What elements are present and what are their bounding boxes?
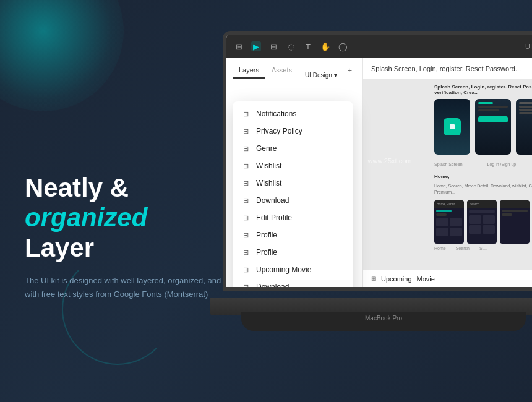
tool-hand[interactable]: ✋ [320, 41, 330, 51]
layers-tabs: Layers Assets UI Design ▾ + [226, 58, 362, 79]
macbook-screen: ⊞ ▶ ⊟ ◌ T ✋ ◯ UI Ki... Layers Assets UI … [223, 31, 532, 291]
cinemax-icon [444, 118, 461, 135]
grid-icon-wishlist2: ⊞ [241, 179, 250, 187]
grid-icon-upcoming-bar: ⊞ [371, 275, 376, 282]
grid-icon-privacy: ⊞ [241, 127, 250, 135]
design-subtoolbar: Splash Screen, Login, register, Reset Pa… [363, 58, 532, 79]
dropdown-item-privacy[interactable]: ⊞ Privacy Policy [233, 122, 353, 140]
home-phone-search: Search [467, 200, 497, 244]
home-phone-home: Home, Fandn... [434, 200, 464, 244]
upcoming-movie-bar: ⊞ Upcoming Movie [363, 270, 532, 287]
splash-label: Splash Screen [434, 162, 463, 166]
section2-subtext: Home, Search, Movie Detail, Download, wi… [434, 183, 532, 195]
dropdown-item-download2[interactable]: ⊞ Download [233, 278, 353, 287]
svg-rect-1 [450, 124, 455, 129]
headline-accent: organized [25, 203, 147, 232]
grid-icon-wishlist1: ⊞ [241, 162, 250, 170]
macbook: ⊞ ▶ ⊟ ◌ T ✋ ◯ UI Ki... Layers Assets UI … [210, 31, 532, 353]
grid-icon-genre: ⊞ [241, 145, 250, 153]
dropdown-item-profile1[interactable]: ⊞ Profile [233, 226, 353, 244]
layers-panel: Layers Assets UI Design ▾ + ⊞ Notificati… [226, 58, 363, 287]
tool-comment[interactable]: ◯ [338, 41, 348, 51]
headline-normal: Layer [25, 233, 94, 262]
grid-icon-download2: ⊞ [241, 283, 250, 288]
headline: Neatly & organized Layer [25, 173, 223, 263]
tool-pointer[interactable]: ▶ [251, 41, 261, 51]
etc-label: Si... [479, 246, 487, 250]
design-panel-title: Splash Screen, Login, register, Reset Pa… [371, 65, 521, 72]
macbook-label: MacBook Pro [365, 315, 402, 322]
tab-layers[interactable]: Layers [233, 62, 265, 79]
design-button[interactable]: UI Design ▾ [305, 72, 337, 79]
phone-preview-splash [434, 99, 470, 155]
dropdown-item-profile2[interactable]: ⊞ Profile [233, 244, 353, 261]
search-label: Search [456, 246, 470, 250]
toolbar-right-label: UI Ki... [525, 43, 532, 50]
grid-icon-download1: ⊞ [241, 197, 250, 205]
screen-content: ⊞ ▶ ⊟ ◌ T ✋ ◯ UI Ki... Layers Assets UI … [226, 35, 532, 287]
tool-text[interactable]: T [303, 41, 313, 51]
grid-icon-profile2: ⊞ [241, 249, 250, 257]
grid-icon-profile1: ⊞ [241, 231, 250, 239]
left-content: Neatly & organized Layer The UI kit is d… [25, 173, 223, 301]
upcoming-movie-suffix: Movie [417, 275, 435, 283]
toolbar: ⊞ ▶ ⊟ ◌ T ✋ ◯ UI Ki... [226, 35, 532, 58]
dropdown-item-upcomingmovie[interactable]: ⊞ Upcoming Movie [233, 261, 353, 278]
grid-icon-upcoming: ⊞ [241, 266, 250, 274]
headline-line1: Neatly & [25, 173, 129, 202]
screen-previews: Splash Screen, Login, register. Reset Pa… [429, 79, 532, 287]
layers-dropdown: ⊞ Notifications ⊞ Privacy Policy ⊞ Genre… [233, 101, 353, 287]
phone-preview-login [475, 99, 511, 155]
dropdown-item-download1[interactable]: ⊞ Download [233, 192, 353, 209]
home-preview-row: Home, Fandn... [434, 200, 532, 244]
design-panel: Splash Screen, Login, register, Reset Pa… [363, 58, 532, 287]
description: The UI kit is designed with well layered… [25, 274, 223, 301]
section1-header: Splash Screen, Login, register. Reset Pa… [434, 84, 532, 95]
dropdown-item-wishlist1[interactable]: ⊞ Wishlist [233, 157, 353, 174]
login-label: Log in /Sign up [487, 162, 517, 166]
toolbar-icons: ⊞ ▶ ⊟ ◌ T ✋ ◯ [234, 41, 348, 51]
home-phone-extra: ... [500, 200, 530, 244]
dropdown-item-genre[interactable]: ⊞ Genre [233, 140, 353, 157]
preview-row-1 [434, 99, 532, 155]
dropdown-item-notifications[interactable]: ⊞ Notifications [233, 105, 353, 122]
home-label: Home [434, 246, 446, 250]
tool-select[interactable]: ⊞ [234, 41, 244, 51]
tool-frame[interactable]: ⊟ [268, 41, 278, 51]
grid-icon-notifications: ⊞ [241, 110, 250, 118]
tool-shape[interactable]: ◌ [286, 41, 296, 51]
upcoming-movie-label: Upcoming [381, 275, 412, 283]
grid-icon-editprofile: ⊞ [241, 214, 250, 222]
dropdown-item-wishlist2[interactable]: ⊞ Wishlist [233, 174, 353, 192]
add-layer-button[interactable]: + [343, 62, 356, 79]
tab-assets[interactable]: Assets [265, 62, 298, 79]
dropdown-item-editprofile[interactable]: ⊞ Edit Profile [233, 209, 353, 226]
section2-header: Home, [434, 174, 532, 179]
phone-preview-register [516, 99, 532, 155]
